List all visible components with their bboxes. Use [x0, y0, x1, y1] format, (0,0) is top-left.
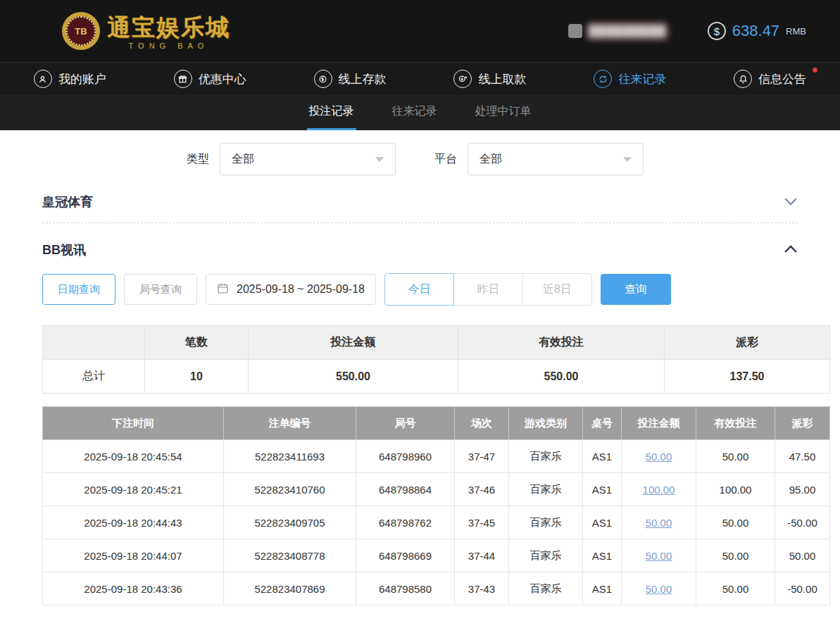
- cell-game-type: 百家乐: [509, 506, 583, 539]
- cell-bet-time: 2025-09-18 20:44:43: [43, 506, 224, 539]
- cell-bet-amount: 50.00: [622, 506, 696, 539]
- nav-item-deposit[interactable]: 线上存款: [280, 63, 420, 95]
- bets-header-payout: 派彩: [775, 407, 830, 440]
- cell-table-no: AS1: [583, 506, 622, 539]
- logo-chip-text: TB: [66, 16, 96, 46]
- bets-table: 下注时间 注单编号 局号 场次 游戏类别 桌号 投注金额 有效投注 派彩 202…: [42, 406, 830, 606]
- logo-title: 通宝娱乐城: [107, 12, 230, 44]
- nav-item-label: 我的账户: [58, 71, 106, 87]
- cell-game-type: 百家乐: [509, 473, 583, 506]
- balance-amount: 638.47: [732, 22, 779, 40]
- bell-icon: [734, 70, 752, 88]
- cell-round-no: 648798864: [356, 473, 455, 506]
- cell-bet-time: 2025-09-18 20:44:07: [43, 539, 224, 572]
- bet-amount-link[interactable]: 100.00: [643, 484, 675, 496]
- tab-transaction-records[interactable]: 往来记录: [390, 95, 439, 130]
- top-header: TB 通宝娱乐城 TONG BAO █████████ $ 638.47 RMB: [0, 0, 840, 62]
- cell-payout: -50.00: [775, 506, 830, 539]
- brand-logo[interactable]: TB 通宝娱乐城 TONG BAO: [62, 12, 230, 50]
- bets-header-round-no: 局号: [356, 407, 455, 440]
- round-query-button[interactable]: 局号查询: [124, 274, 197, 305]
- summary-header-cell: [43, 326, 145, 360]
- nav-item-label: 优惠中心: [199, 71, 246, 87]
- platform-select-value: 全部: [479, 152, 502, 167]
- chevron-up-icon[interactable]: [784, 244, 798, 256]
- bet-amount-link[interactable]: 50.00: [646, 517, 672, 529]
- bet-amount-link[interactable]: 50.00: [646, 550, 672, 562]
- nav-item-label: 线上取款: [478, 71, 526, 87]
- cell-round-no: 648798762: [356, 506, 455, 539]
- yesterday-button[interactable]: 昨日: [453, 273, 523, 306]
- bets-header-row: 下注时间 注单编号 局号 场次 游戏类别 桌号 投注金额 有效投注 派彩: [43, 407, 830, 440]
- bets-header-bet-amount: 投注金额: [622, 407, 696, 440]
- summary-header-bet-amount: 投注金额: [249, 326, 458, 360]
- main-nav: 我的账户 优惠中心 线上存款 线上取款 往来记录 信息公告: [0, 62, 840, 95]
- cell-game-type: 百家乐: [509, 539, 583, 572]
- username-blurred: █████████: [589, 25, 667, 37]
- chevron-down-icon[interactable]: [784, 196, 798, 208]
- cell-bet-amount: 50.00: [622, 539, 696, 572]
- bets-header-table-no: 桌号: [583, 407, 622, 440]
- nav-item-withdraw[interactable]: 线上取款: [420, 63, 560, 95]
- chevron-down-icon: [623, 157, 632, 162]
- last8-days-button[interactable]: 近8日: [522, 273, 592, 306]
- dollar-icon: $: [708, 22, 726, 40]
- cell-session: 37-44: [455, 539, 509, 572]
- bets-header-time: 下注时间: [43, 407, 224, 440]
- cell-round-no: 648798669: [356, 539, 455, 572]
- user-account[interactable]: █████████: [568, 24, 667, 38]
- tab-pending-orders[interactable]: 处理中订单: [473, 95, 534, 130]
- type-select-value: 全部: [232, 152, 254, 167]
- date-query-button[interactable]: 日期查询: [42, 274, 115, 305]
- cell-table-no: AS1: [583, 572, 622, 606]
- platform-select[interactable]: 全部: [468, 143, 644, 175]
- date-range-input[interactable]: 2025-09-18 ~ 2025-09-18: [206, 274, 376, 305]
- cell-valid-bet: 50.00: [696, 539, 775, 572]
- cell-session: 37-43: [455, 572, 509, 606]
- nav-item-announcements[interactable]: 信息公告: [700, 63, 840, 95]
- cell-order-no: 522823411693: [224, 440, 356, 473]
- cell-payout: -50.00: [775, 572, 830, 606]
- cell-payout: 50.00: [775, 539, 830, 572]
- type-select[interactable]: 全部: [220, 143, 396, 175]
- cell-payout: 47.50: [775, 440, 830, 473]
- balance[interactable]: $ 638.47 RMB: [708, 22, 806, 40]
- nav-item-promotions[interactable]: 优惠中心: [140, 63, 280, 95]
- withdraw-icon: [453, 70, 472, 88]
- sub-nav: 投注记录 往来记录 处理中订单: [0, 95, 840, 130]
- bets-table-body: 2025-09-18 20:45:54 522823411693 6487989…: [43, 440, 830, 606]
- bet-amount-link[interactable]: 50.00: [646, 451, 672, 463]
- summary-header-valid-bet: 有效投注: [458, 326, 665, 360]
- nav-item-transaction-records[interactable]: 往来记录: [560, 63, 700, 95]
- quick-range-group: 今日 昨日 近8日: [384, 273, 592, 306]
- tab-betting-records[interactable]: 投注记录: [307, 95, 356, 130]
- deposit-icon: [314, 70, 332, 88]
- records-icon: [594, 70, 612, 88]
- section-title: BB视讯: [42, 242, 86, 258]
- nav-item-my-account[interactable]: 我的账户: [0, 63, 140, 95]
- cell-valid-bet: 100.00: [696, 473, 775, 506]
- chevron-down-icon: [375, 157, 384, 162]
- section-bb-video[interactable]: BB视讯: [42, 223, 798, 258]
- platform-filter-label: 平台: [434, 152, 457, 167]
- summary-total-count: 10: [145, 360, 249, 394]
- section-title: 皇冠体育: [42, 194, 93, 211]
- bets-header-game-type: 游戏类别: [509, 407, 583, 440]
- table-row: 2025-09-18 20:45:54 522823411693 6487989…: [43, 440, 830, 473]
- table-row: 2025-09-18 20:44:07 522823408778 6487986…: [43, 539, 830, 572]
- summary-total-payout: 137.50: [665, 360, 830, 394]
- cell-order-no: 522823410760: [224, 473, 356, 506]
- cell-payout: 95.00: [775, 473, 830, 506]
- bets-header-valid-bet: 有效投注: [696, 407, 775, 440]
- cell-session: 37-47: [455, 440, 509, 473]
- cell-session: 37-46: [455, 473, 509, 506]
- cell-table-no: AS1: [583, 440, 622, 473]
- search-button[interactable]: 查询: [601, 274, 671, 305]
- summary-header-count: 笔数: [145, 326, 249, 360]
- bet-amount-link[interactable]: 50.00: [646, 583, 672, 595]
- summary-total-label: 总计: [43, 360, 145, 394]
- cell-bet-amount: 50.00: [622, 572, 696, 606]
- today-button[interactable]: 今日: [384, 273, 454, 306]
- section-crown-sports[interactable]: 皇冠体育: [42, 175, 798, 211]
- logo-subtitle: TONG BAO: [107, 42, 230, 50]
